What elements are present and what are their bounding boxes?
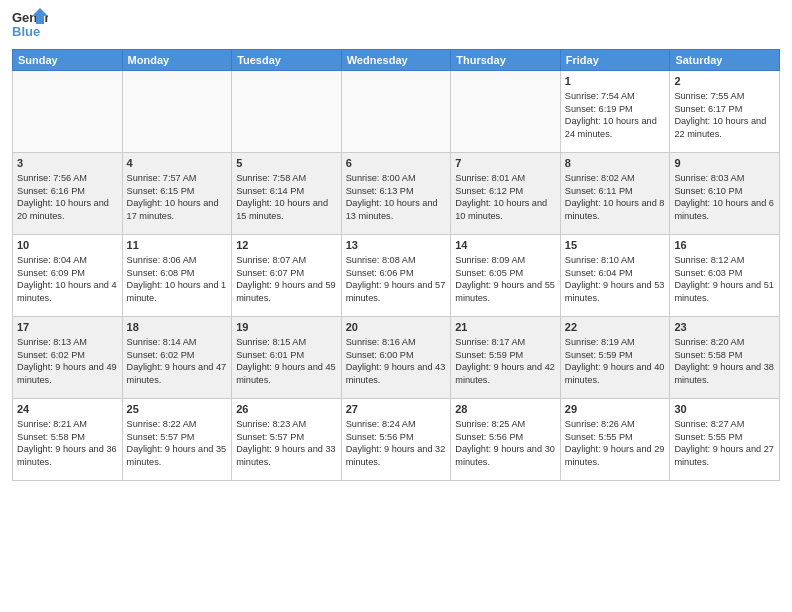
day-info: Daylight: 9 hours and 36 minutes. [17,443,118,468]
day-number: 27 [346,402,447,416]
calendar-cell: 6Sunrise: 8:00 AMSunset: 6:13 PMDaylight… [341,153,451,235]
calendar-cell: 19Sunrise: 8:15 AMSunset: 6:01 PMDayligh… [232,317,342,399]
day-info: Daylight: 9 hours and 53 minutes. [565,279,666,304]
day-info: Sunrise: 8:16 AM [346,336,447,348]
calendar-cell: 7Sunrise: 8:01 AMSunset: 6:12 PMDaylight… [451,153,561,235]
day-info: Daylight: 9 hours and 35 minutes. [127,443,228,468]
day-info: Sunset: 6:01 PM [236,349,337,361]
calendar-cell: 12Sunrise: 8:07 AMSunset: 6:07 PMDayligh… [232,235,342,317]
day-number: 28 [455,402,556,416]
calendar-cell: 30Sunrise: 8:27 AMSunset: 5:55 PMDayligh… [670,399,780,481]
calendar-week-row: 24Sunrise: 8:21 AMSunset: 5:58 PMDayligh… [13,399,780,481]
calendar-week-row: 1Sunrise: 7:54 AMSunset: 6:19 PMDaylight… [13,71,780,153]
calendar-cell: 9Sunrise: 8:03 AMSunset: 6:10 PMDaylight… [670,153,780,235]
day-info: Daylight: 10 hours and 4 minutes. [17,279,118,304]
weekday-header-row: SundayMondayTuesdayWednesdayThursdayFrid… [13,50,780,71]
day-number: 4 [127,156,228,170]
day-number: 19 [236,320,337,334]
calendar-cell: 11Sunrise: 8:06 AMSunset: 6:08 PMDayligh… [122,235,232,317]
calendar-cell: 17Sunrise: 8:13 AMSunset: 6:02 PMDayligh… [13,317,123,399]
day-info: Sunrise: 8:00 AM [346,172,447,184]
day-info: Daylight: 9 hours and 38 minutes. [674,361,775,386]
day-info: Sunset: 6:03 PM [674,267,775,279]
day-info: Sunset: 6:17 PM [674,103,775,115]
weekday-header: Monday [122,50,232,71]
day-info: Sunrise: 8:03 AM [674,172,775,184]
day-info: Sunset: 6:00 PM [346,349,447,361]
day-info: Sunset: 6:13 PM [346,185,447,197]
calendar-cell: 20Sunrise: 8:16 AMSunset: 6:00 PMDayligh… [341,317,451,399]
day-number: 26 [236,402,337,416]
day-info: Daylight: 10 hours and 1 minute. [127,279,228,304]
day-info: Sunrise: 8:17 AM [455,336,556,348]
day-info: Sunrise: 8:22 AM [127,418,228,430]
day-number: 20 [346,320,447,334]
calendar-week-row: 17Sunrise: 8:13 AMSunset: 6:02 PMDayligh… [13,317,780,399]
day-number: 16 [674,238,775,252]
calendar-cell: 4Sunrise: 7:57 AMSunset: 6:15 PMDaylight… [122,153,232,235]
day-info: Daylight: 10 hours and 20 minutes. [17,197,118,222]
day-info: Sunset: 5:58 PM [17,431,118,443]
day-info: Sunset: 6:07 PM [236,267,337,279]
day-number: 17 [17,320,118,334]
day-info: Sunrise: 7:54 AM [565,90,666,102]
calendar-cell: 27Sunrise: 8:24 AMSunset: 5:56 PMDayligh… [341,399,451,481]
logo: General Blue [12,8,132,44]
day-number: 30 [674,402,775,416]
day-info: Sunrise: 8:21 AM [17,418,118,430]
day-info: Daylight: 9 hours and 33 minutes. [236,443,337,468]
day-info: Sunrise: 8:13 AM [17,336,118,348]
day-number: 8 [565,156,666,170]
day-info: Sunrise: 8:02 AM [565,172,666,184]
day-info: Sunset: 6:06 PM [346,267,447,279]
day-info: Daylight: 9 hours and 55 minutes. [455,279,556,304]
day-info: Sunset: 5:58 PM [674,349,775,361]
weekday-header: Friday [560,50,670,71]
calendar-cell: 21Sunrise: 8:17 AMSunset: 5:59 PMDayligh… [451,317,561,399]
calendar-cell: 25Sunrise: 8:22 AMSunset: 5:57 PMDayligh… [122,399,232,481]
day-info: Sunrise: 8:15 AM [236,336,337,348]
day-info: Daylight: 10 hours and 24 minutes. [565,115,666,140]
day-info: Sunset: 6:19 PM [565,103,666,115]
day-info: Sunset: 5:55 PM [674,431,775,443]
day-info: Sunrise: 8:23 AM [236,418,337,430]
day-info: Sunrise: 8:12 AM [674,254,775,266]
weekday-header: Sunday [13,50,123,71]
day-info: Sunset: 6:12 PM [455,185,556,197]
day-info: Sunrise: 7:56 AM [17,172,118,184]
day-info: Sunset: 6:08 PM [127,267,228,279]
day-info: Daylight: 9 hours and 47 minutes. [127,361,228,386]
day-info: Sunset: 5:56 PM [455,431,556,443]
calendar-cell: 2Sunrise: 7:55 AMSunset: 6:17 PMDaylight… [670,71,780,153]
day-info: Sunrise: 8:26 AM [565,418,666,430]
calendar-cell: 26Sunrise: 8:23 AMSunset: 5:57 PMDayligh… [232,399,342,481]
day-info: Sunset: 6:09 PM [17,267,118,279]
day-info: Sunrise: 7:58 AM [236,172,337,184]
day-info: Daylight: 9 hours and 59 minutes. [236,279,337,304]
calendar-cell: 23Sunrise: 8:20 AMSunset: 5:58 PMDayligh… [670,317,780,399]
day-info: Sunrise: 8:19 AM [565,336,666,348]
calendar-cell: 13Sunrise: 8:08 AMSunset: 6:06 PMDayligh… [341,235,451,317]
day-info: Daylight: 10 hours and 22 minutes. [674,115,775,140]
day-number: 15 [565,238,666,252]
calendar-cell: 29Sunrise: 8:26 AMSunset: 5:55 PMDayligh… [560,399,670,481]
day-info: Sunrise: 8:27 AM [674,418,775,430]
day-info: Daylight: 10 hours and 15 minutes. [236,197,337,222]
day-info: Sunset: 6:14 PM [236,185,337,197]
day-info: Sunset: 5:59 PM [565,349,666,361]
day-number: 29 [565,402,666,416]
day-info: Daylight: 10 hours and 8 minutes. [565,197,666,222]
calendar-cell [341,71,451,153]
day-number: 11 [127,238,228,252]
calendar: SundayMondayTuesdayWednesdayThursdayFrid… [12,49,780,481]
day-info: Daylight: 9 hours and 45 minutes. [236,361,337,386]
calendar-cell: 1Sunrise: 7:54 AMSunset: 6:19 PMDaylight… [560,71,670,153]
logo-svg: General Blue [12,8,48,44]
day-number: 25 [127,402,228,416]
day-info: Daylight: 9 hours and 57 minutes. [346,279,447,304]
calendar-cell: 10Sunrise: 8:04 AMSunset: 6:09 PMDayligh… [13,235,123,317]
day-info: Sunrise: 8:09 AM [455,254,556,266]
calendar-week-row: 3Sunrise: 7:56 AMSunset: 6:16 PMDaylight… [13,153,780,235]
calendar-cell: 24Sunrise: 8:21 AMSunset: 5:58 PMDayligh… [13,399,123,481]
day-number: 21 [455,320,556,334]
